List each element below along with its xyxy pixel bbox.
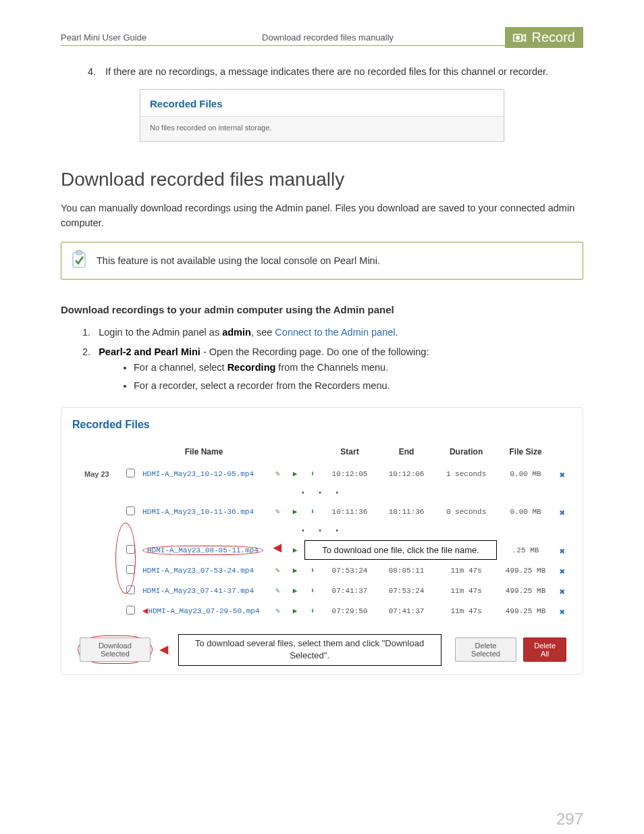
edit-icon[interactable]: ✎ [272,606,283,616]
row-checkbox[interactable] [126,506,135,515]
recorded-files-title: Recorded Files [72,419,572,431]
delete-icon[interactable]: ✖ [557,469,568,479]
download-icon[interactable]: ⬇ [307,586,318,596]
cell-size: 499.25 MB [498,602,553,621]
step-4: 4. If there are no recordings, a message… [88,66,583,77]
cell-start: 07:53:24 [322,561,377,580]
filename-link[interactable]: HDMI-A_May23_07-53-24.mp4 [142,567,254,575]
filename-link[interactable]: HDMI-A_May23_07-29-50.mp4 [148,607,259,615]
step-2a-bold: Recording [227,362,276,373]
cell-duration: 11m 47s [435,561,497,580]
step-2a: For a channel, select Recording from the… [134,360,583,375]
delete-icon[interactable]: ✖ [557,507,568,517]
red-highlight-ellipse-checkboxes [115,523,136,594]
step-2a-post: from the Channels menu. [275,362,388,373]
download-icon[interactable]: ⬇ [307,469,318,479]
step-2-bold: Pearl-2 and Pearl Mini [99,346,200,357]
col-duration: Duration [435,443,497,463]
step-2-num: 2. [82,346,90,357]
filename-link[interactable]: HDMI-A_May23_10-12-05.mp4 [142,470,254,478]
play-icon[interactable]: ▶ [290,546,300,555]
date-may23: May 23 [74,465,121,484]
download-icon[interactable]: ⬇ [307,606,318,616]
cell-duration: 11m 47s [435,581,497,600]
cell-size: 499.25 MB [498,561,553,580]
delete-icon[interactable]: ✖ [557,566,568,575]
step-2b: For a recorder, select a recorder from t… [134,378,583,394]
row-separator-dots: • • • [74,523,570,539]
svg-rect-3 [76,251,82,255]
cell-duration: 11m 47s [435,602,497,621]
note-text: This feature is not available using the … [97,255,380,266]
connect-admin-panel-link[interactable]: Connect to the Admin panel [275,327,395,338]
section-short-title: Download recorded files manually [262,32,394,43]
recorded-files-empty-message: No files recorded on internal storage. [140,117,504,141]
callout-multi-file: To download several files, select them a… [178,634,441,665]
download-selected-button[interactable]: Download Selected [80,637,151,662]
row-separator-dots: • • • [74,485,570,501]
recorded-files-empty-title: Recorded Files [140,90,504,117]
recorded-files-table: File Name Start End Duration File Size M… [72,442,572,622]
edit-icon[interactable]: ✎ [272,566,283,575]
note-box: This feature is not available using the … [61,242,583,280]
cell-size: 499.25 MB [498,581,553,600]
delete-selected-button[interactable]: Delete Selected [455,637,517,662]
filename-link[interactable]: HDMI-A_May23_08-05-11.mp4 [147,546,259,554]
step-1-bold: admin [222,327,251,338]
play-icon[interactable]: ▶ [290,507,300,517]
download-icon[interactable]: ⬇ [307,507,318,517]
cell-start: 07:41:37 [322,581,377,600]
clipboard-check-icon [70,249,88,272]
recorded-files-screenshot: Recorded Files File Name Start End Durat… [61,407,583,674]
cell-size: .25 MB [498,540,553,560]
red-arrow-icon: ◄ [273,540,281,557]
download-icon[interactable]: ⬇ [307,566,318,575]
table-header-row: File Name Start End Duration File Size [74,443,570,463]
col-end: End [379,443,434,463]
lead-paragraph: You can manually download recordings usi… [61,201,583,231]
row-checkbox[interactable] [126,606,135,615]
page-number: 297 [61,810,583,829]
guide-title: Pearl Mini User Guide [61,32,146,43]
step-1-mid: , see [251,327,275,338]
delete-icon[interactable]: ✖ [557,546,568,555]
table-row: HDMI-A_May23_10-11-36.mp4 ✎ ▶ ⬇ 10:11:36… [74,502,570,521]
step-2a-pre: For a channel, select [134,362,227,373]
cell-duration: 0 seconds [435,502,497,521]
edit-icon[interactable]: ✎ [272,507,283,517]
cell-start: 07:29:50 [322,602,377,621]
play-icon[interactable]: ▶ [290,469,300,479]
delete-icon[interactable]: ✖ [557,606,568,616]
filename-link[interactable]: HDMI-A_May23_10-11-36.mp4 [142,508,254,516]
procedure-heading: Download recordings to your admin comput… [61,304,583,315]
step-1-num: 1. [82,327,90,338]
delete-all-button[interactable]: Delete All [523,637,566,662]
cell-end: 10:12:06 [379,465,434,484]
step-4-text: If there are no recordings, a message in… [105,66,548,77]
callout-single-file: To download one file, click the file nam… [304,540,497,560]
red-highlight-ellipse: HDMI-A_May23_08-05-11.mp4 [142,546,263,555]
col-filesize: File Size [498,443,553,463]
row-checkbox[interactable] [126,469,135,477]
play-icon[interactable]: ▶ [290,586,300,596]
filename-link[interactable]: HDMI-A_May23_07-41-37.mp4 [142,587,254,595]
delete-icon[interactable]: ✖ [557,586,568,596]
table-row: May 23 HDMI-A_May23_10-12-05.mp4 ✎ ▶ ⬇ 1… [74,465,570,484]
step-2: 2. Pearl-2 and Pearl Mini - Open the Rec… [82,344,583,394]
record-badge-text: Record [532,30,575,45]
svg-point-1 [516,36,519,38]
play-icon[interactable]: ▶ [290,566,300,575]
cell-end: 07:53:24 [379,581,434,600]
recorded-files-empty-screenshot: Recorded Files No files recorded on inte… [140,89,504,142]
red-highlight-ellipse: Download Selected [78,635,153,664]
edit-icon[interactable]: ✎ [272,586,283,596]
step-1-pre: Login to the Admin panel as [99,327,222,338]
step-1: 1. Login to the Admin panel as admin, se… [82,325,583,340]
play-icon[interactable]: ▶ [290,606,300,616]
record-video-icon [513,32,527,43]
cell-end: 10:11:36 [379,502,434,521]
edit-icon[interactable]: ✎ [272,469,283,479]
step-4-number: 4. [88,66,103,77]
table-row: HDMI-A_May23_07-41-37.mp4 ✎ ▶ ⬇ 07:41:37… [74,581,570,600]
record-badge: Record [505,27,583,48]
